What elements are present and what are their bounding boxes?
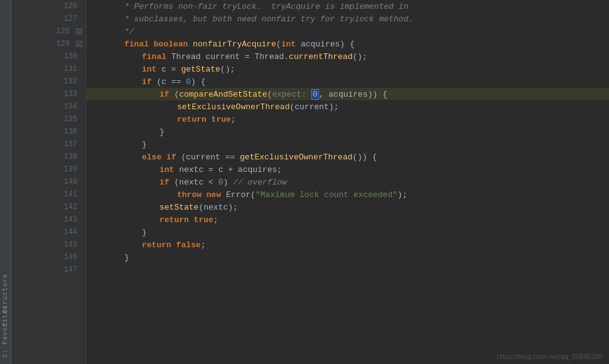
main-content: 126127128-129-13013113213313413513613713…	[11, 0, 609, 364]
line-number: 143	[63, 215, 82, 224]
token-brace: }	[142, 140, 147, 149]
token-var: nextc	[179, 165, 208, 174]
token-kw: true	[194, 215, 213, 225]
token-paren: (	[156, 77, 161, 87]
token-paren: (	[174, 178, 179, 187]
code-row: }	[87, 138, 609, 151]
line-number: 131	[63, 65, 82, 73]
token-kw: else	[142, 153, 166, 162]
token-op: <	[208, 178, 218, 187]
line-number: 128	[56, 27, 75, 36]
gutter-row: 127	[11, 13, 86, 25]
gutter-row: 133	[11, 88, 86, 100]
token-paren: ))	[368, 90, 378, 99]
token-op: ;	[231, 115, 236, 124]
gutter-row: 137	[11, 138, 86, 151]
code-row: return false;	[87, 238, 609, 251]
gutter-row: 130	[11, 50, 86, 63]
token-kw: int	[281, 40, 301, 49]
token-str: "Maximum lock count exceeded"	[256, 190, 397, 200]
line-number: 136	[63, 127, 82, 136]
gutter-row: 132	[11, 75, 86, 88]
token-var: nextc	[203, 203, 228, 212]
token-method: setState	[159, 203, 198, 212]
token-kw: return	[177, 115, 212, 124]
gutter-row: 146	[11, 251, 86, 264]
favorites-label[interactable]: 2: Favorites	[2, 305, 9, 358]
code-area[interactable]: * Performs non-fair tryLock. tryAcquire …	[87, 0, 609, 364]
gutter-row: 131	[11, 63, 86, 75]
line-number: 139	[63, 165, 82, 174]
token-kw: true	[212, 115, 231, 124]
token-paren: ())	[353, 153, 367, 162]
token-paren: )	[397, 190, 402, 200]
gutter-row: 136	[11, 126, 86, 138]
code-row: else if (current == getExclusiveOwnerThr…	[87, 151, 609, 163]
token-var: nextc	[179, 178, 208, 187]
token-op: ,	[319, 90, 329, 99]
code-row: int c = getState();	[87, 63, 609, 75]
token-brace: {	[196, 77, 206, 87]
gutter-row: 142	[11, 201, 86, 213]
code-row: setState(nextc);	[87, 201, 609, 213]
token-paren: (	[198, 203, 203, 212]
token-var: c	[218, 165, 229, 174]
line-number: 135	[63, 115, 82, 124]
token-paren: )	[191, 77, 196, 87]
token-expect-label: expect:	[272, 90, 311, 99]
line-number: 138	[63, 153, 82, 161]
left-sidebar: 2: Structure 2: Favorites	[0, 0, 11, 364]
line-number: 137	[63, 140, 82, 149]
token-op: ;	[213, 215, 218, 225]
gutter-row: 144	[11, 226, 86, 238]
token-brace: {	[377, 90, 387, 99]
code-row: return true;	[87, 113, 609, 126]
gutter-row: 134	[11, 100, 86, 113]
code-row: throw new Error("Maximum lock count exce…	[87, 188, 609, 201]
token-paren: (	[174, 90, 179, 99]
gutter-row: 139	[11, 163, 86, 176]
line-number: 147	[63, 265, 82, 274]
token-kw: if	[142, 77, 156, 87]
token-op: +	[228, 165, 238, 174]
fold-button[interactable]: -	[76, 28, 82, 35]
token-method: getExclusiveOwnerThread	[240, 153, 352, 162]
token-op: =	[171, 65, 181, 74]
token-paren: (	[267, 90, 272, 99]
line-number: 132	[63, 77, 82, 86]
token-method: setExclusiveOwnerThread	[177, 102, 289, 112]
token-op: ==	[171, 77, 186, 87]
token-op: ;	[277, 165, 282, 174]
line-number: 146	[63, 253, 82, 262]
token-kw: return	[159, 215, 194, 225]
token-var: current	[294, 102, 329, 112]
token-kw: int	[159, 165, 179, 174]
gutter-row: 145	[11, 238, 86, 251]
token-op: =	[208, 165, 218, 174]
token-paren: (	[276, 40, 281, 49]
gutter-row: 147	[11, 264, 86, 276]
line-number: 141	[63, 190, 82, 199]
token-paren: )	[228, 203, 233, 212]
gutter-row: 140	[11, 176, 86, 188]
code-row: setExclusiveOwnerThread(current);	[87, 100, 609, 113]
fold-button[interactable]: -	[76, 41, 82, 47]
line-number: 129	[56, 40, 75, 48]
token-kw: return	[142, 240, 176, 250]
token-op: .	[284, 52, 289, 62]
gutter-row: 143	[11, 213, 86, 226]
token-op: ;	[233, 203, 238, 212]
token-kw: if	[166, 153, 181, 162]
token-brace: }	[142, 228, 147, 237]
token-paren: )	[340, 40, 345, 49]
token-var: c	[161, 65, 171, 74]
code-row: final Thread current = Thread.currentThr…	[87, 50, 609, 63]
token-kw: final	[142, 52, 171, 62]
token-method: getState	[181, 65, 220, 74]
code-row: int nextc = c + acquires;	[87, 163, 609, 176]
token-op: ;	[201, 240, 206, 250]
line-number: 127	[63, 14, 82, 23]
token-op: ;	[362, 52, 367, 62]
token-var: acquires	[238, 165, 277, 174]
gutter-row: 129-	[11, 38, 86, 50]
